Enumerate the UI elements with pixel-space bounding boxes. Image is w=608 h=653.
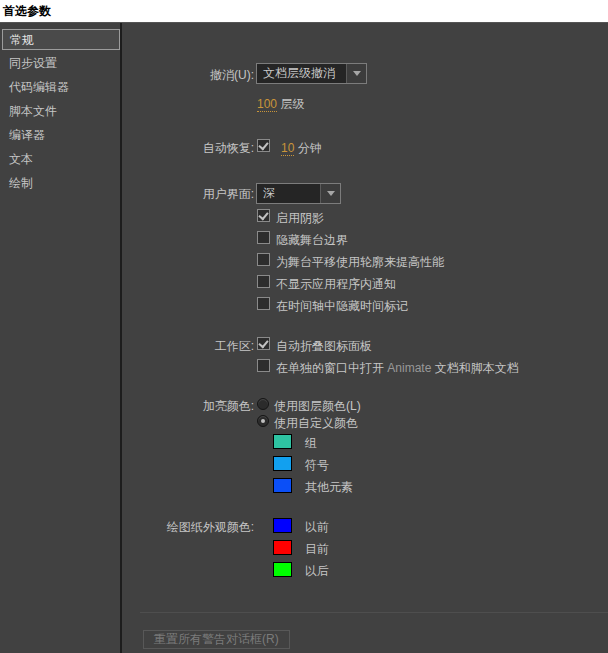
symbol-color-swatch[interactable]: [273, 456, 292, 471]
ui-theme-value: 深: [257, 185, 320, 202]
symbol-color-label: 符号: [305, 457, 329, 474]
use-layer-color-label: 使用图层颜色(L): [274, 398, 361, 415]
hide-timeline-markers-label: 在时间轴中隐藏时间标记: [276, 298, 408, 315]
hide-stage-border-checkbox[interactable]: [257, 231, 270, 244]
sidebar-item-label: 常规: [10, 33, 34, 47]
bottom-divider: [140, 612, 608, 613]
outline-pan-performance-label: 为舞台平移使用轮廓来提高性能: [276, 254, 444, 271]
other-elements-color-swatch[interactable]: [273, 478, 292, 493]
group-color-swatch[interactable]: [273, 434, 292, 449]
open-in-separate-window-label: 在单独的窗口中打开 Animate 文档和脚本文档: [276, 360, 519, 377]
no-in-app-notifications-label: 不显示应用程序内通知: [276, 276, 396, 293]
undo-levels-value[interactable]: 100: [257, 97, 277, 112]
sidebar-item-label: 代码编辑器: [9, 80, 69, 94]
sidebar-item-label: 脚本文件: [9, 104, 57, 118]
hide-timeline-markers-checkbox[interactable]: [257, 297, 270, 310]
sidebar-item-label: 编译器: [9, 128, 45, 142]
auto-recovery-checkbox[interactable]: [257, 139, 270, 152]
ui-theme-dropdown[interactable]: 深: [256, 183, 341, 204]
preferences-dialog: 常规 同步设置 代码编辑器 脚本文件 编译器 文本 绘制 撤消(U): 文档层级…: [0, 22, 608, 653]
label-prefix: 在单独的窗口中打开: [276, 361, 384, 375]
open-in-separate-window-checkbox[interactable]: [257, 359, 270, 372]
undo-type-dropdown[interactable]: 文档层级撤消: [256, 63, 367, 84]
undo-levels-row: 100 层级: [257, 96, 304, 113]
page-title: 首选参数: [3, 3, 51, 20]
ui-label: 用户界面:: [80, 186, 254, 202]
other-elements-color-label: 其他元素: [305, 479, 353, 496]
reset-warnings-button[interactable]: 重置所有警告对话框(R): [143, 630, 290, 649]
auto-collapse-panels-checkbox[interactable]: [257, 337, 270, 350]
onion-skin-color-label: 绘图纸外观颜色:: [80, 519, 254, 535]
no-in-app-notifications-checkbox[interactable]: [257, 275, 270, 288]
undo-label: 撤消(U):: [80, 67, 254, 83]
enable-shadow-label: 启用阴影: [276, 210, 324, 227]
group-color-label: 组: [305, 435, 317, 452]
highlight-color-label: 加亮颜色:: [80, 398, 254, 414]
sidebar-item-script-files[interactable]: 脚本文件: [2, 101, 120, 122]
sidebar-item-label: 绘制: [9, 176, 33, 190]
use-custom-color-radio[interactable]: [257, 415, 269, 427]
chevron-down-icon[interactable]: [320, 184, 340, 203]
label-suffix: 文档和脚本文档: [435, 361, 519, 375]
sidebar-item-general[interactable]: 常规: [2, 29, 120, 50]
use-layer-color-radio[interactable]: [257, 398, 269, 410]
onion-before-color-swatch[interactable]: [273, 518, 292, 533]
undo-type-value: 文档层级撤消: [257, 65, 346, 82]
brand-text: Animate: [387, 361, 431, 375]
auto-recovery-minutes-suffix: 分钟: [298, 141, 322, 155]
onion-current-color-swatch[interactable]: [273, 540, 292, 555]
title-bar: 首选参数: [0, 0, 608, 22]
auto-recovery-minutes-row: 10 分钟: [281, 140, 322, 157]
auto-collapse-panels-label: 自动折叠图标面板: [276, 338, 372, 355]
chevron-down-icon[interactable]: [346, 64, 366, 83]
onion-before-label: 以前: [305, 519, 329, 536]
workspace-label: 工作区:: [80, 338, 254, 354]
onion-current-label: 目前: [305, 541, 329, 558]
enable-shadow-checkbox[interactable]: [257, 209, 270, 222]
outline-pan-performance-checkbox[interactable]: [257, 253, 270, 266]
auto-recovery-label: 自动恢复:: [80, 140, 254, 156]
auto-recovery-minutes-value[interactable]: 10: [281, 141, 294, 156]
hide-stage-border-label: 隐藏舞台边界: [276, 232, 348, 249]
undo-levels-suffix: 层级: [280, 97, 304, 111]
use-custom-color-label: 使用自定义颜色: [274, 415, 358, 432]
onion-after-color-swatch[interactable]: [273, 562, 292, 577]
onion-after-label: 以后: [305, 563, 329, 580]
sidebar-item-label: 同步设置: [9, 56, 57, 70]
sidebar-item-label: 文本: [9, 152, 33, 166]
